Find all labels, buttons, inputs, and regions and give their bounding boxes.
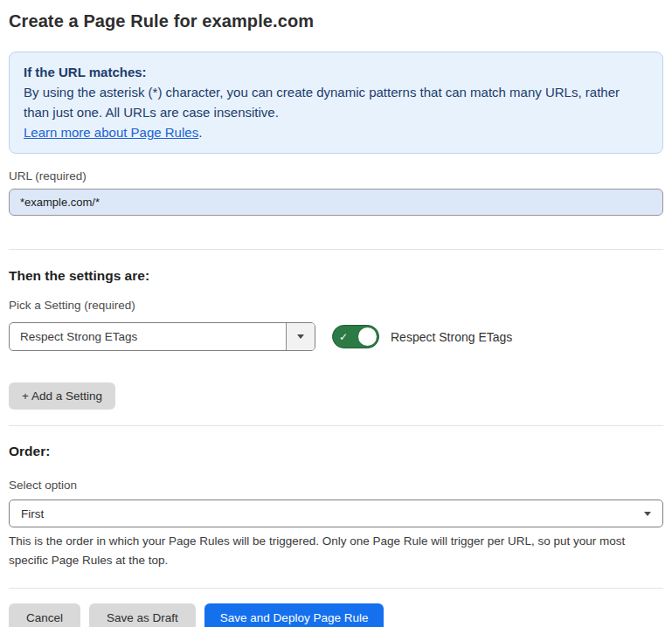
chevron-down-icon: [644, 512, 651, 516]
settings-heading: Then the settings are:: [9, 268, 663, 284]
create-page-rule-form: Create a Page Rule for example.com If th…: [0, 0, 672, 627]
form-actions: Cancel Save as Draft Save and Deploy Pag…: [9, 603, 663, 627]
info-box-link-line: Learn more about Page Rules.: [24, 122, 648, 142]
add-setting-button[interactable]: + Add a Setting: [9, 382, 115, 410]
order-heading: Order:: [9, 444, 663, 459]
page-title: Create a Page Rule for example.com: [9, 10, 663, 31]
setting-toggle-label: Respect Strong ETags: [391, 330, 512, 344]
cancel-button[interactable]: Cancel: [9, 603, 80, 627]
section-divider: [9, 588, 663, 589]
setting-dropdown-arrow-button[interactable]: [286, 323, 315, 350]
save-deploy-button[interactable]: Save and Deploy Page Rule: [204, 603, 384, 627]
setting-toggle[interactable]: ✓: [332, 325, 379, 348]
url-input[interactable]: [9, 189, 663, 216]
learn-more-link[interactable]: Learn more about Page Rules: [24, 125, 198, 140]
url-label: URL (required): [9, 169, 663, 183]
url-match-info-box: If the URL matches: By using the asteris…: [9, 52, 663, 154]
toggle-knob: [358, 327, 377, 346]
order-select-value: First: [21, 507, 44, 520]
pick-setting-label: Pick a Setting (required): [9, 299, 663, 313]
order-help-text: This is the order in which your Page Rul…: [9, 532, 660, 570]
select-option-label: Select option: [9, 479, 663, 493]
info-box-body: By using the asterisk (*) character, you…: [24, 82, 648, 122]
check-icon: ✓: [339, 332, 348, 342]
setting-row: Respect Strong ETags ✓ Respect Strong ET…: [9, 322, 663, 351]
link-period-text: .: [198, 125, 202, 140]
save-draft-button[interactable]: Save as Draft: [89, 603, 196, 627]
setting-dropdown-value: Respect Strong ETags: [10, 330, 137, 343]
section-divider: [9, 249, 663, 250]
order-select[interactable]: First: [9, 500, 663, 527]
info-box-heading: If the URL matches:: [24, 62, 648, 82]
section-divider: [9, 425, 663, 426]
setting-dropdown[interactable]: Respect Strong ETags: [9, 322, 315, 351]
chevron-down-icon: [297, 334, 304, 339]
